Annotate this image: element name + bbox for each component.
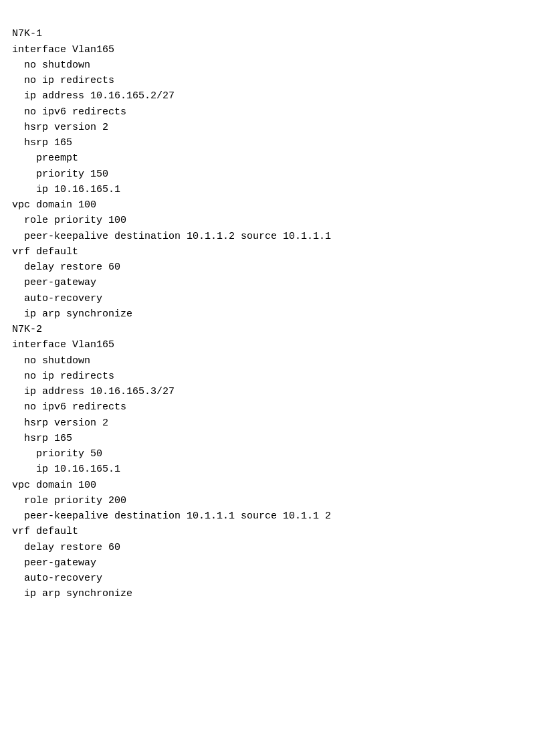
code-line-n7k2-vrf-default: vrf default [12, 524, 531, 539]
code-line-n7k1-auto-recovery: auto-recovery [12, 291, 531, 306]
code-line-n7k1-preempt: preempt [12, 151, 531, 166]
code-line-n7k2-ip-address: ip address 10.16.165.3/27 [12, 384, 531, 399]
code-line-n7k2-no-ipv6-redirects: no ipv6 redirects [12, 399, 531, 415]
code-line-n7k1-no-shutdown: no shutdown [12, 58, 531, 73]
code-line-n7k1-interface: interface Vlan165 [12, 42, 531, 58]
code-line-n7k1-header: N7K-1 [12, 26, 531, 41]
code-line-n7k1-hsrp-165: hsrp 165 [12, 135, 531, 151]
code-line-n7k1-peer-keepalive: peer-keepalive destination 10.1.1.2 sour… [12, 229, 531, 244]
code-line-n7k2-hsrp-version: hsrp version 2 [12, 415, 531, 431]
code-line-n7k2-hsrp-ip: ip 10.16.165.1 [12, 462, 531, 477]
code-line-n7k2-priority: priority 50 [12, 446, 531, 462]
code-line-n7k1-role-priority: role priority 100 [12, 213, 531, 228]
code-line-n7k1-ip-address: ip address 10.16.165.2/27 [12, 88, 531, 104]
code-line-n7k2-peer-keepalive: peer-keepalive destination 10.1.1.1 sour… [12, 508, 531, 524]
code-line-n7k2-auto-recovery: auto-recovery [12, 571, 531, 586]
code-line-n7k1-vrf-default: vrf default [12, 244, 531, 260]
code-line-n7k2-header: N7K-2 [12, 322, 531, 337]
code-line-n7k1-peer-gateway: peer-gateway [12, 275, 531, 290]
code-line-n7k2-hsrp-165: hsrp 165 [12, 431, 531, 446]
code-line-n7k1-ip-arp-sync: ip arp synchronize [12, 306, 531, 322]
code-line-n7k2-ip-arp-sync: ip arp synchronize [12, 586, 531, 601]
code-line-n7k1-delay-restore: delay restore 60 [12, 260, 531, 275]
code-line-n7k1-no-ipv6-redirects: no ipv6 redirects [12, 104, 531, 120]
code-line-n7k1-hsrp-ip: ip 10.16.165.1 [12, 182, 531, 197]
code-line-n7k2-interface: interface Vlan165 [12, 337, 531, 353]
code-line-n7k2-peer-gateway: peer-gateway [12, 555, 531, 571]
code-line-n7k1-hsrp-version: hsrp version 2 [12, 120, 531, 135]
code-line-n7k2-delay-restore: delay restore 60 [12, 540, 531, 555]
code-line-n7k2-no-shutdown: no shutdown [12, 353, 531, 369]
code-line-n7k2-no-ip-redirects: no ip redirects [12, 369, 531, 384]
code-line-n7k2-vpc-domain: vpc domain 100 [12, 478, 531, 493]
code-content: N7K-1interface Vlan165 no shutdown no ip… [12, 11, 531, 602]
code-line-n7k1-vpc-domain: vpc domain 100 [12, 197, 531, 213]
code-line-n7k1-priority: priority 150 [12, 167, 531, 182]
code-line-n7k1-no-ip-redirects: no ip redirects [12, 73, 531, 88]
code-line-n7k2-role-priority: role priority 200 [12, 493, 531, 508]
